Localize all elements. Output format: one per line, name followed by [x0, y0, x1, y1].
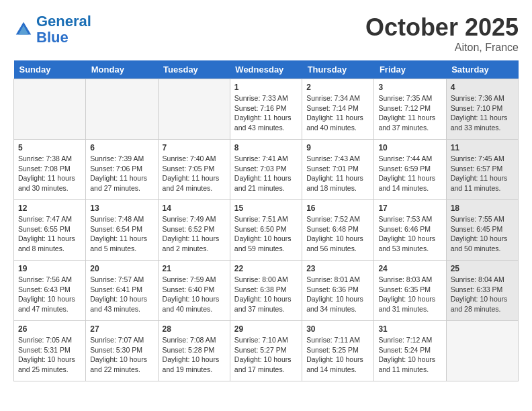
calendar-week-row: 1Sunrise: 7:33 AM Sunset: 7:16 PM Daylig…	[14, 79, 519, 140]
logo-icon	[13, 19, 34, 40]
day-number: 7	[163, 143, 226, 152]
day-number: 25	[451, 264, 514, 273]
day-info: Sunrise: 7:52 AM Sunset: 6:48 PM Dayligh…	[306, 214, 369, 254]
day-number: 10	[378, 143, 441, 152]
page-header: General Blue October 2025 Aiton, France	[13, 13, 519, 54]
day-info: Sunrise: 7:35 AM Sunset: 7:12 PM Dayligh…	[378, 93, 441, 133]
calendar-cell: 26Sunrise: 7:05 AM Sunset: 5:31 PM Dayli…	[14, 321, 86, 381]
day-info: Sunrise: 8:00 AM Sunset: 6:38 PM Dayligh…	[234, 275, 298, 314]
calendar-cell: 27Sunrise: 7:07 AM Sunset: 5:30 PM Dayli…	[86, 321, 158, 381]
calendar-cell: 18Sunrise: 7:55 AM Sunset: 6:45 PM Dayli…	[446, 200, 518, 261]
day-info: Sunrise: 7:49 AM Sunset: 6:52 PM Dayligh…	[163, 214, 226, 254]
day-info: Sunrise: 7:44 AM Sunset: 6:59 PM Dayligh…	[378, 154, 441, 193]
day-number: 4	[451, 83, 514, 92]
day-info: Sunrise: 7:59 AM Sunset: 6:40 PM Dayligh…	[163, 275, 226, 314]
calendar-cell: 1Sunrise: 7:33 AM Sunset: 7:16 PM Daylig…	[230, 79, 302, 140]
calendar-cell: 8Sunrise: 7:41 AM Sunset: 7:03 PM Daylig…	[230, 140, 302, 200]
weekday-header-row: SundayMondayTuesdayWednesdayThursdayFrid…	[14, 60, 519, 79]
location: Aiton, France	[365, 42, 519, 54]
logo-text: General Blue	[36, 13, 91, 46]
weekday-header: Sunday	[14, 60, 86, 79]
day-number: 19	[18, 264, 81, 273]
calendar-cell: 2Sunrise: 7:34 AM Sunset: 7:14 PM Daylig…	[302, 79, 374, 140]
calendar-cell: 23Sunrise: 8:01 AM Sunset: 6:36 PM Dayli…	[302, 261, 374, 321]
calendar-cell: 22Sunrise: 8:00 AM Sunset: 6:38 PM Dayli…	[230, 261, 302, 321]
day-info: Sunrise: 7:05 AM Sunset: 5:31 PM Dayligh…	[18, 335, 81, 375]
calendar-cell: 10Sunrise: 7:44 AM Sunset: 6:59 PM Dayli…	[374, 140, 446, 200]
calendar-cell: 29Sunrise: 7:10 AM Sunset: 5:27 PM Dayli…	[230, 321, 302, 381]
day-info: Sunrise: 7:39 AM Sunset: 7:06 PM Dayligh…	[90, 154, 153, 193]
day-info: Sunrise: 7:48 AM Sunset: 6:54 PM Dayligh…	[90, 214, 153, 254]
day-info: Sunrise: 7:56 AM Sunset: 6:43 PM Dayligh…	[18, 275, 81, 314]
calendar-cell: 4Sunrise: 7:36 AM Sunset: 7:10 PM Daylig…	[446, 79, 518, 140]
day-number: 17	[378, 203, 441, 213]
day-number: 12	[18, 203, 81, 213]
calendar-cell: 28Sunrise: 7:08 AM Sunset: 5:28 PM Dayli…	[158, 321, 230, 381]
day-number: 6	[90, 143, 153, 152]
weekday-header: Wednesday	[230, 60, 302, 79]
calendar-table: SundayMondayTuesdayWednesdayThursdayFrid…	[13, 60, 519, 381]
calendar-cell: 13Sunrise: 7:48 AM Sunset: 6:54 PM Dayli…	[86, 200, 158, 261]
calendar-cell: 25Sunrise: 8:04 AM Sunset: 6:33 PM Dayli…	[446, 261, 518, 321]
day-number: 8	[234, 143, 298, 152]
logo-general: General	[36, 13, 91, 30]
day-info: Sunrise: 7:43 AM Sunset: 7:01 PM Dayligh…	[306, 154, 369, 193]
day-number: 3	[378, 83, 441, 92]
weekday-header: Saturday	[446, 60, 518, 79]
logo: General Blue	[13, 13, 91, 46]
day-info: Sunrise: 7:33 AM Sunset: 7:16 PM Dayligh…	[234, 93, 298, 133]
calendar-week-row: 5Sunrise: 7:38 AM Sunset: 7:08 PM Daylig…	[14, 140, 519, 200]
day-info: Sunrise: 7:41 AM Sunset: 7:03 PM Dayligh…	[234, 154, 298, 193]
month-title: October 2025	[365, 13, 519, 42]
day-number: 14	[163, 203, 226, 213]
calendar-cell: 24Sunrise: 8:03 AM Sunset: 6:35 PM Dayli…	[374, 261, 446, 321]
day-number: 9	[306, 143, 369, 152]
day-number: 21	[163, 264, 226, 273]
day-number: 28	[163, 324, 226, 334]
day-number: 13	[90, 203, 153, 213]
day-info: Sunrise: 8:03 AM Sunset: 6:35 PM Dayligh…	[378, 275, 441, 314]
day-info: Sunrise: 7:45 AM Sunset: 6:57 PM Dayligh…	[451, 154, 514, 193]
day-info: Sunrise: 7:36 AM Sunset: 7:10 PM Dayligh…	[451, 93, 514, 133]
calendar-cell: 16Sunrise: 7:52 AM Sunset: 6:48 PM Dayli…	[302, 200, 374, 261]
day-number: 24	[378, 264, 441, 273]
day-number: 5	[18, 143, 81, 152]
weekday-header: Friday	[374, 60, 446, 79]
day-number: 23	[306, 264, 369, 273]
calendar-cell: 30Sunrise: 7:11 AM Sunset: 5:25 PM Dayli…	[302, 321, 374, 381]
day-info: Sunrise: 7:38 AM Sunset: 7:08 PM Dayligh…	[18, 154, 81, 193]
calendar-cell	[86, 79, 158, 140]
weekday-header: Tuesday	[158, 60, 230, 79]
calendar-week-row: 19Sunrise: 7:56 AM Sunset: 6:43 PM Dayli…	[14, 261, 519, 321]
day-info: Sunrise: 7:57 AM Sunset: 6:41 PM Dayligh…	[90, 275, 153, 314]
calendar-week-row: 26Sunrise: 7:05 AM Sunset: 5:31 PM Dayli…	[14, 321, 519, 381]
day-info: Sunrise: 7:53 AM Sunset: 6:46 PM Dayligh…	[378, 214, 441, 254]
weekday-header: Thursday	[302, 60, 374, 79]
day-info: Sunrise: 7:47 AM Sunset: 6:55 PM Dayligh…	[18, 214, 81, 254]
calendar-cell: 21Sunrise: 7:59 AM Sunset: 6:40 PM Dayli…	[158, 261, 230, 321]
day-number: 27	[90, 324, 153, 334]
day-number: 22	[234, 264, 298, 273]
day-info: Sunrise: 8:01 AM Sunset: 6:36 PM Dayligh…	[306, 275, 369, 314]
calendar-cell: 31Sunrise: 7:12 AM Sunset: 5:24 PM Dayli…	[374, 321, 446, 381]
day-info: Sunrise: 7:34 AM Sunset: 7:14 PM Dayligh…	[306, 93, 369, 133]
day-number: 26	[18, 324, 81, 334]
calendar-cell: 20Sunrise: 7:57 AM Sunset: 6:41 PM Dayli…	[86, 261, 158, 321]
calendar-cell	[446, 321, 518, 381]
day-number: 18	[451, 203, 514, 213]
day-info: Sunrise: 7:08 AM Sunset: 5:28 PM Dayligh…	[163, 335, 226, 375]
calendar-week-row: 12Sunrise: 7:47 AM Sunset: 6:55 PM Dayli…	[14, 200, 519, 261]
logo-blue: Blue	[36, 29, 69, 46]
calendar-cell	[158, 79, 230, 140]
calendar-cell: 14Sunrise: 7:49 AM Sunset: 6:52 PM Dayli…	[158, 200, 230, 261]
day-number: 20	[90, 264, 153, 273]
calendar-cell: 15Sunrise: 7:51 AM Sunset: 6:50 PM Dayli…	[230, 200, 302, 261]
day-number: 1	[234, 83, 298, 92]
day-info: Sunrise: 7:12 AM Sunset: 5:24 PM Dayligh…	[378, 335, 441, 375]
weekday-header: Monday	[86, 60, 158, 79]
calendar-cell: 19Sunrise: 7:56 AM Sunset: 6:43 PM Dayli…	[14, 261, 86, 321]
calendar-cell: 9Sunrise: 7:43 AM Sunset: 7:01 PM Daylig…	[302, 140, 374, 200]
calendar-cell: 11Sunrise: 7:45 AM Sunset: 6:57 PM Dayli…	[446, 140, 518, 200]
day-info: Sunrise: 7:40 AM Sunset: 7:05 PM Dayligh…	[163, 154, 226, 193]
day-number: 11	[451, 143, 514, 152]
